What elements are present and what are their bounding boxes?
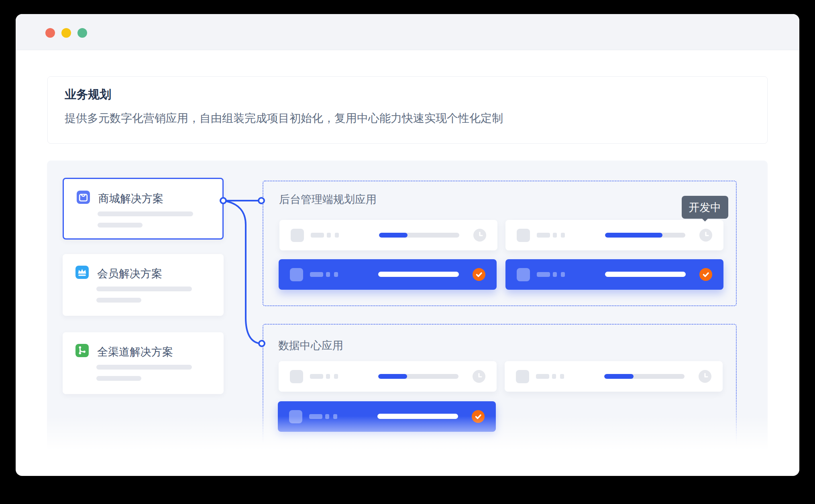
- app-icon-placeholder: [517, 268, 530, 281]
- app-row[interactable]: [279, 361, 497, 392]
- skeleton-line: [98, 223, 143, 228]
- skeleton-chip: [327, 233, 331, 238]
- app-row[interactable]: [279, 220, 497, 250]
- app-window: 业务规划 提供多元数字化营销应用，自由组装完成项目初始化，复用中心能力快速实现个…: [16, 14, 799, 476]
- progress-complete-bar: [378, 272, 459, 277]
- check-icon: [472, 410, 485, 423]
- solution-card-member[interactable]: 会员解决方案: [63, 254, 224, 316]
- shopping-bag-icon: [77, 191, 90, 204]
- minimize-window-button[interactable]: [61, 28, 71, 38]
- app-icon-placeholder: [517, 229, 530, 242]
- skeleton-bar: [309, 414, 322, 419]
- clock-icon: [473, 229, 486, 242]
- solution-card-label: 商城解决方案: [98, 191, 163, 206]
- app-icon-placeholder: [516, 370, 529, 383]
- panel-title: 后台管理端规划应用: [279, 192, 377, 207]
- app-row[interactable]: [279, 259, 497, 290]
- check-icon: [699, 268, 712, 281]
- skeleton-chip: [561, 233, 565, 238]
- app-icon-placeholder: [289, 410, 302, 423]
- progress-track: [605, 233, 685, 238]
- app-row[interactable]: [505, 220, 723, 250]
- progress-fill: [605, 233, 662, 238]
- close-window-button[interactable]: [45, 28, 55, 38]
- solution-card-label: 全渠道解决方案: [97, 345, 173, 359]
- app-row[interactable]: [505, 361, 723, 392]
- skeleton-bar: [311, 233, 324, 238]
- skeleton-chip: [335, 233, 339, 238]
- progress-fill: [604, 374, 634, 379]
- skeleton-chip: [326, 374, 330, 379]
- clock-icon: [699, 229, 712, 242]
- zoom-window-button[interactable]: [77, 28, 87, 38]
- app-row[interactable]: [278, 401, 496, 432]
- clock-icon: [473, 370, 485, 383]
- skeleton-chip: [326, 272, 330, 277]
- panel-backend-apps: 后台管理端规划应用: [263, 181, 737, 306]
- solution-card-mall[interactable]: 商城解决方案: [63, 178, 224, 240]
- skeleton-bar: [537, 272, 550, 277]
- skeleton-line: [96, 287, 192, 291]
- page-header-card: 业务规划 提供多元数字化营销应用，自由组装完成项目初始化，复用中心能力快速实现个…: [47, 76, 768, 144]
- skeleton-bar: [536, 374, 549, 379]
- skeleton-chip: [561, 272, 565, 277]
- progress-track: [379, 233, 459, 238]
- status-tooltip: 开发中: [682, 196, 728, 219]
- skeleton-chip: [325, 414, 329, 419]
- skeleton-chip: [552, 374, 556, 379]
- page-title: 业务规划: [65, 87, 111, 103]
- skeleton-chip: [334, 374, 338, 379]
- skeleton-line: [98, 211, 193, 216]
- app-icon-placeholder: [291, 229, 304, 242]
- planning-canvas: 商城解决方案 会员解决方案: [47, 161, 768, 453]
- progress-fill: [379, 233, 408, 238]
- progress-fill: [378, 374, 407, 379]
- check-icon: [473, 268, 485, 281]
- app-row[interactable]: [505, 259, 723, 290]
- panel-title: 数据中心应用: [278, 338, 343, 353]
- progress-track: [604, 374, 685, 379]
- skeleton-chip: [553, 233, 557, 238]
- solution-card-label: 会员解决方案: [97, 266, 162, 281]
- skeleton-bar: [310, 374, 323, 379]
- progress-complete-bar: [605, 272, 686, 277]
- app-icon-placeholder: [290, 370, 303, 383]
- app-icon-placeholder: [290, 268, 303, 281]
- progress-complete-bar: [377, 414, 458, 419]
- solution-card-omnichannel[interactable]: 全渠道解决方案: [63, 332, 224, 394]
- panel-data-center-apps: 数据中心应用: [263, 324, 737, 452]
- skeleton-line: [96, 298, 141, 303]
- skeleton-bar: [537, 233, 550, 238]
- skeleton-chip: [333, 414, 337, 419]
- window-titlebar: [16, 14, 799, 50]
- skeleton-line: [96, 365, 192, 370]
- skeleton-chip: [334, 272, 338, 277]
- skeleton-chip: [553, 272, 557, 277]
- skeleton-chip: [560, 374, 564, 379]
- skeleton-bar: [310, 272, 323, 277]
- branch-icon: [75, 344, 89, 357]
- crown-icon: [75, 266, 89, 279]
- clock-icon: [699, 370, 711, 383]
- progress-track: [378, 374, 458, 379]
- page-subtitle: 提供多元数字化营销应用，自由组装完成项目初始化，复用中心能力快速实现个性化定制: [65, 111, 503, 126]
- status-tooltip-label: 开发中: [689, 200, 721, 215]
- skeleton-line: [96, 376, 141, 381]
